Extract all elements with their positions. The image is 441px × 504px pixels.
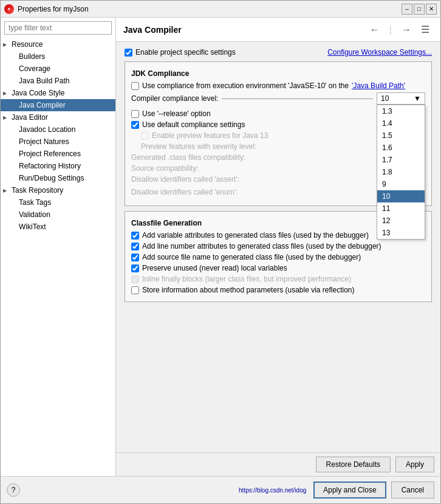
classfile-checkbox-1[interactable] <box>131 243 139 250</box>
expand-arrow: ▶ <box>3 115 9 120</box>
dropdown-item-9[interactable]: 9 <box>377 178 425 190</box>
content-area: ▶ Resource Builders Coverage Java Build … <box>1 18 440 476</box>
minimize-button[interactable]: – <box>402 4 412 15</box>
source-compat-label: Source compatibility: <box>131 164 253 173</box>
panel-header: Java Compiler ← | → ☰ <box>116 18 440 42</box>
enable-settings-label: Enable project specific settings <box>135 48 236 57</box>
sidebar-item-label: Task Tags <box>19 198 51 207</box>
jdk-compliance-section: JDK Compliance Use compliance from execu… <box>125 61 432 206</box>
enable-settings-checkbox[interactable] <box>125 49 132 57</box>
sidebar-item-label: Resource <box>12 40 43 49</box>
sidebar-item-task-repository[interactable]: ▶ Task Repository <box>1 184 115 196</box>
sidebar-item-refactoring-history[interactable]: Refactoring History <box>1 160 115 172</box>
close-button[interactable]: ✕ <box>426 4 437 15</box>
compliance-value: 10 <box>381 94 389 103</box>
sidebar-item-java-code-style[interactable]: ▶ Java Code Style <box>1 87 115 99</box>
use-compliance-checkbox[interactable] <box>131 82 139 90</box>
use-compliance-label: Use compliance from execution environmen… <box>142 81 349 90</box>
sidebar-item-resource[interactable]: ▶ Resource <box>1 38 115 50</box>
classfile-checkbox-5[interactable] <box>131 286 139 294</box>
use-default-checkbox[interactable] <box>131 121 139 129</box>
sidebar-item-java-compiler[interactable]: Java Compiler <box>1 99 115 111</box>
dropdown-item-1-5[interactable]: 1.5 <box>377 129 425 142</box>
classfile-item-2: Add source file name to generated class … <box>131 253 425 261</box>
sidebar-item-coverage[interactable]: Coverage <box>1 63 115 75</box>
dropdown-item-10[interactable]: 10 <box>377 190 425 202</box>
enable-preview-checkbox[interactable] <box>141 132 149 140</box>
restore-defaults-button[interactable]: Restore Defaults <box>316 457 391 472</box>
disallow-enum-label: Disallow identifiers called 'enum': <box>131 188 253 196</box>
classfile-label-1: Add line number attributes to generated … <box>142 242 381 250</box>
compliance-dropdown-list: 1.3 1.4 1.5 1.6 1.7 1.8 9 10 11 12 13 <box>377 105 425 240</box>
use-release-checkbox[interactable] <box>131 110 139 118</box>
sidebar-item-label: Refactoring History <box>19 162 81 170</box>
expand-arrow: ▶ <box>3 188 9 193</box>
compliance-line <box>222 98 373 99</box>
window-title: Properties for myJson <box>18 5 89 13</box>
nav-back-button[interactable]: ← <box>366 23 383 36</box>
tree-area: ▶ Resource Builders Coverage Java Build … <box>1 38 115 476</box>
dropdown-item-1-3[interactable]: 1.3 <box>377 105 425 117</box>
classfile-checkbox-0[interactable] <box>131 232 139 240</box>
bottom-bar: Restore Defaults Apply <box>116 452 440 476</box>
enable-settings-row: Enable project specific settings Configu… <box>125 48 432 57</box>
nav-menu-button[interactable]: ☰ <box>417 22 433 36</box>
use-release-label: Use '--release' option <box>142 109 211 118</box>
classfile-label-0: Add variable attributes to generated cla… <box>142 231 369 240</box>
jdk-compliance-title: JDK Compliance <box>131 69 425 78</box>
classfile-label-4: Inline finally blocks (larger class file… <box>142 275 351 283</box>
window-controls: – □ ✕ <box>402 4 437 15</box>
main-window: e Properties for myJson – □ ✕ ▶ Resource <box>0 0 441 504</box>
sidebar-item-run-debug-settings[interactable]: Run/Debug Settings <box>1 172 115 184</box>
sidebar-item-label: Java Code Style <box>12 89 64 97</box>
cancel-button[interactable]: Cancel <box>391 482 434 499</box>
panel-nav: ← | → ☰ <box>366 22 433 36</box>
sidebar-item-project-natures[interactable]: Project Natures <box>1 136 115 148</box>
dropdown-item-1-8[interactable]: 1.8 <box>377 166 425 178</box>
maximize-button[interactable]: □ <box>414 4 425 15</box>
dropdown-item-1-4[interactable]: 1.4 <box>377 117 425 129</box>
apply-button[interactable]: Apply <box>395 457 434 472</box>
configure-workspace-link[interactable]: Configure Workspace Settings... <box>327 48 432 57</box>
sidebar-item-label: Java Compiler <box>19 101 66 109</box>
nav-forward-button[interactable]: → <box>398 23 415 36</box>
sidebar-item-task-tags[interactable]: Task Tags <box>1 196 115 209</box>
java-build-path-link[interactable]: 'Java Build Path' <box>352 81 405 90</box>
sidebar-item-label: Validation <box>19 210 50 219</box>
apply-and-close-button[interactable]: Apply and Close <box>313 482 386 499</box>
panel-content: Enable project specific settings Configu… <box>116 42 440 452</box>
preview-severity-label: Preview features with severity level: <box>141 142 262 151</box>
classfile-checkbox-4[interactable] <box>131 275 139 283</box>
dropdown-item-1-7[interactable]: 1.7 <box>377 154 425 166</box>
url-hint-area: https://blog.csdn.net/idog <box>20 486 313 494</box>
dropdown-item-11[interactable]: 11 <box>377 202 425 215</box>
panel-title: Java Compiler <box>123 25 182 35</box>
sidebar-item-label: Run/Debug Settings <box>19 174 84 182</box>
sidebar-item-java-build-path[interactable]: Java Build Path <box>1 75 115 87</box>
classfile-checkbox-3[interactable] <box>131 264 139 272</box>
classfile-checkbox-2[interactable] <box>131 254 139 261</box>
expand-arrow: ▶ <box>3 91 9 96</box>
sidebar-item-label: WikiText <box>19 223 46 231</box>
compliance-level-row: Compiler compliance level: 10 ▼ 1.3 1.4 <box>131 92 425 105</box>
sidebar-item-javadoc-location[interactable]: Javadoc Location <box>1 123 115 136</box>
sidebar-item-validation[interactable]: Validation <box>1 209 115 221</box>
nav-separator: | <box>386 23 395 36</box>
footer-bar: ? https://blog.csdn.net/idog Apply and C… <box>1 476 440 503</box>
sidebar-item-builders[interactable]: Builders <box>1 50 115 63</box>
question-mark-icon: ? <box>12 486 16 494</box>
help-button[interactable]: ? <box>7 483 20 497</box>
sidebar-item-java-editor[interactable]: ▶ Java Editor <box>1 111 115 123</box>
dropdown-item-13[interactable]: 13 <box>377 227 425 239</box>
footer-right-buttons: Apply and Close Cancel <box>313 482 434 499</box>
sidebar-item-wikitext[interactable]: WikiText <box>1 221 115 233</box>
compliance-dropdown-btn[interactable]: 10 ▼ <box>377 92 425 105</box>
classfile-item-1: Add line number attributes to generated … <box>131 242 425 250</box>
dropdown-item-12[interactable]: 12 <box>377 215 425 227</box>
sidebar-item-project-references[interactable]: Project References <box>1 148 115 160</box>
filter-input[interactable] <box>4 21 112 35</box>
classfile-item-4: Inline finally blocks (larger class file… <box>131 275 425 283</box>
dropdown-item-1-6[interactable]: 1.6 <box>377 142 425 154</box>
classfile-item-3: Preserve unused (never read) local varia… <box>131 264 425 272</box>
classfile-label-5: Store information about method parameter… <box>142 286 355 294</box>
